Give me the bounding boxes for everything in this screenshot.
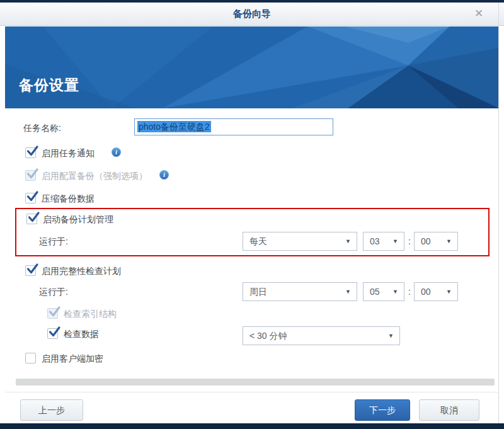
window-bottom-strip	[0, 423, 504, 429]
integrity-check-checkbox[interactable]	[25, 265, 36, 276]
check-data-checkbox[interactable]	[47, 328, 58, 339]
time-colon: :	[408, 282, 411, 301]
task-name-input[interactable]: photo备份至硬盘2	[134, 118, 333, 135]
integrity-frequency-value: 周日	[249, 283, 267, 300]
backup-wizard-dialog: 备份向导 ✕ 备份设置 任务名称: photo备份至硬盘2 启用任务通知 i	[0, 0, 504, 429]
run-at-label: 运行于:	[39, 287, 68, 297]
cancel-button[interactable]: 取消	[419, 399, 479, 421]
checkmark-icon	[26, 263, 38, 275]
integrity-minute-select[interactable]: 00 ▼	[414, 282, 458, 301]
chevron-down-icon: ▼	[392, 283, 398, 300]
checkmark-icon	[48, 306, 60, 318]
previous-step-button[interactable]: 上一步	[20, 399, 83, 421]
backup-frequency-value: 每天	[249, 232, 267, 250]
close-icon[interactable]: ✕	[471, 3, 486, 25]
check-duration-select[interactable]: < 30 分钟 ▼	[243, 326, 400, 345]
task-name-label: 任务名称:	[23, 123, 61, 134]
chevron-down-icon: ▼	[446, 232, 452, 250]
enable-notification-label: 启用任务通知	[42, 148, 94, 159]
dialog-right-border	[498, 3, 499, 423]
run-at-label: 运行于:	[39, 236, 68, 247]
task-name-selected-text: photo备份至硬盘2	[137, 121, 211, 132]
chevron-down-icon: ▼	[388, 327, 394, 345]
config-backup-label: 启用配置备份（强制选项）	[42, 171, 147, 181]
check-index-label: 检查索引结构	[64, 309, 117, 319]
chevron-down-icon: ▼	[392, 232, 398, 250]
integrity-hour-value: 05	[370, 283, 380, 300]
banner-polygon-art	[5, 26, 499, 108]
dialog-titlebar: 备份向导 ✕	[0, 3, 504, 26]
backup-schedule-checkbox[interactable]	[26, 214, 37, 224]
checkmark-icon	[27, 211, 40, 224]
wizard-banner: 备份设置	[5, 26, 499, 108]
backup-minute-value: 00	[421, 232, 431, 250]
chevron-down-icon: ▼	[446, 283, 452, 300]
backup-hour-value: 03	[370, 232, 380, 250]
backup-schedule-label: 启动备份计划管理	[43, 214, 113, 225]
page-title: 备份设置	[19, 76, 79, 95]
check-index-checkbox	[47, 308, 58, 319]
info-icon[interactable]: i	[159, 170, 169, 180]
enable-notification-checkbox[interactable]	[25, 147, 36, 158]
config-backup-checkbox	[25, 170, 36, 181]
client-encryption-checkbox[interactable]	[25, 353, 36, 363]
checkmark-icon	[26, 168, 38, 180]
horizontal-scrollbar[interactable]	[16, 379, 495, 386]
backup-minute-select[interactable]: 00 ▼	[414, 232, 458, 251]
checkmark-icon	[26, 190, 38, 203]
info-icon[interactable]: i	[112, 147, 121, 157]
check-data-label: 检查数据	[64, 329, 99, 340]
checkmark-icon	[48, 326, 60, 338]
chevron-down-icon: ▼	[345, 232, 351, 250]
integrity-frequency-select[interactable]: 周日 ▼	[243, 282, 357, 301]
checkmark-icon	[26, 145, 38, 157]
integrity-minute-value: 00	[421, 283, 431, 300]
dialog-title: 备份向导	[0, 3, 504, 25]
time-colon: :	[408, 232, 411, 251]
footer-divider	[5, 392, 499, 392]
next-step-button[interactable]: 下一步	[355, 399, 410, 421]
integrity-hour-select[interactable]: 05 ▼	[363, 282, 404, 301]
backup-frequency-select[interactable]: 每天 ▼	[243, 232, 357, 251]
chevron-down-icon: ▼	[345, 283, 351, 300]
check-duration-value: < 30 分钟	[249, 327, 287, 345]
client-encryption-label: 启用客户端加密	[42, 353, 103, 364]
compress-data-checkbox[interactable]	[25, 193, 36, 203]
integrity-check-label: 启用完整性检查计划	[42, 266, 121, 277]
compress-data-label: 压缩备份数据	[42, 193, 94, 204]
backup-hour-select[interactable]: 03 ▼	[363, 232, 404, 251]
